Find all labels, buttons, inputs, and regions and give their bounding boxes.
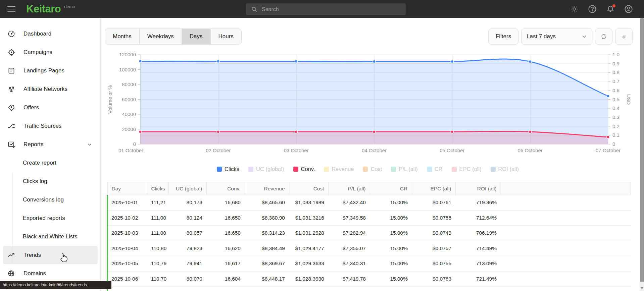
column-header-uc-global-[interactable]: UC (global) xyxy=(168,182,206,195)
column-header-cr[interactable]: CR xyxy=(370,182,412,195)
svg-text:100000: 100000 xyxy=(119,67,136,72)
cell-epc-all-: $0.0755 xyxy=(412,256,455,272)
cell-conv-: 16,604 xyxy=(206,271,245,287)
legend-swatch xyxy=(427,167,432,172)
legend-swatch xyxy=(391,167,396,172)
column-header-p-l-all-[interactable]: P/L (all) xyxy=(328,182,370,195)
table-row[interactable]: 2025-10-03111,0080,05716,650$8,314.23$1,… xyxy=(107,226,631,241)
legend-label: CR xyxy=(435,166,443,172)
sidebar-subitem-exported-reports[interactable]: Exported reports xyxy=(0,209,100,227)
tab-hours[interactable]: Hours xyxy=(211,29,241,44)
svg-text:0.1: 0.1 xyxy=(612,132,620,138)
cell-conv-: 16,650 xyxy=(206,210,245,226)
granularity-tabs: MonthsWeekdaysDaysHours xyxy=(105,28,242,45)
cell-revenue: $8,384.49 xyxy=(245,241,289,256)
table-row[interactable]: 2025-10-0764,4041,4579,440$4,791.04$598.… xyxy=(107,287,631,291)
scrollbar-thumb[interactable] xyxy=(640,18,644,282)
sidebar-item-trends[interactable]: Trends xyxy=(3,246,98,264)
sidebar-subitem-conversions-log[interactable]: Conversions log xyxy=(0,190,100,209)
legend-item-uc-global-[interactable]: UC (global) xyxy=(248,166,284,172)
vertical-scrollbar[interactable] xyxy=(640,18,644,291)
cell-uc-global-: 80,057 xyxy=(168,226,206,241)
svg-text:20000: 20000 xyxy=(122,126,136,132)
cell-p-l-all-: $7,349.58 xyxy=(328,210,370,226)
legend-label: EPC (all) xyxy=(459,166,482,172)
sidebar-item-label: Domains xyxy=(23,270,46,277)
table-row[interactable]: 2025-10-01111,2180,17316,680$8,465.60$1,… xyxy=(107,195,631,211)
notifications-icon[interactable] xyxy=(606,4,615,14)
column-header-day[interactable]: Day xyxy=(107,182,147,195)
cell-day: 2025-10-01 xyxy=(107,195,147,211)
tab-months[interactable]: Months xyxy=(105,29,140,44)
tab-weekdays[interactable]: Weekdays xyxy=(140,29,182,44)
settings-icon[interactable] xyxy=(569,4,579,14)
column-header-conv-[interactable]: Conv. xyxy=(206,182,245,195)
sidebar-item-campaigns[interactable]: Campaigns xyxy=(0,43,100,61)
global-search[interactable] xyxy=(246,3,406,15)
legend-item-p-l-all-[interactable]: P/L (all) xyxy=(391,166,417,172)
svg-text:0.6: 0.6 xyxy=(612,88,620,93)
svg-text:0: 0 xyxy=(133,141,136,147)
column-header-roi-all-[interactable]: ROI (all) xyxy=(455,182,501,195)
sidebar-item-domains[interactable]: Domains xyxy=(0,264,100,283)
menu-icon[interactable] xyxy=(7,6,15,12)
column-header-clicks[interactable]: Clicks xyxy=(147,182,168,195)
cell-cost: $1,029.4177 xyxy=(289,241,328,256)
scrollbar-down-arrow[interactable] xyxy=(641,287,643,289)
sidebar-subitem-clicks-log[interactable]: Clicks log xyxy=(0,172,100,190)
cell-cr: 15.00% xyxy=(370,287,412,291)
legend-item-clicks[interactable]: Clicks xyxy=(217,166,239,172)
table-row[interactable]: 2025-10-02111,0080,12416,650$8,380.90$1,… xyxy=(107,210,631,226)
sidebar-item-dashboard[interactable]: Dashboard xyxy=(0,24,100,43)
cell-roi-all-: 721.49% xyxy=(455,271,501,287)
brand-logo[interactable]: Keitaro xyxy=(26,3,61,15)
status-url: https://demo.keitaro.io/admin/#!/trends/… xyxy=(3,283,87,287)
column-header-epc-all-[interactable]: EPC (all) xyxy=(412,182,455,195)
legend-item-conv-[interactable]: Conv. xyxy=(293,166,315,172)
cell-filler xyxy=(501,287,631,291)
svg-text:Volume or %: Volume or % xyxy=(107,85,113,114)
help-icon[interactable] xyxy=(588,4,597,14)
legend-item-cr[interactable]: CR xyxy=(427,166,443,172)
sidebar-item-affiliate-networks[interactable]: Affiliate Networks xyxy=(0,80,100,98)
svg-text:60000: 60000 xyxy=(122,97,136,102)
cell-conv-: 16,650 xyxy=(206,226,245,241)
legend-label: Revenue xyxy=(332,166,354,172)
sidebar-item-traffic-sources[interactable]: Traffic Sources xyxy=(0,117,100,135)
cell-uc-global-: 41,457 xyxy=(168,287,206,291)
sidebar-subitem-create-report[interactable]: Create report xyxy=(0,154,100,172)
cell-epc-all-: $0.0755 xyxy=(412,210,455,226)
legend-label: P/L (all) xyxy=(399,166,417,172)
sidebar-item-offers[interactable]: Offers xyxy=(0,98,100,117)
domains-icon xyxy=(7,270,15,278)
svg-text:40000: 40000 xyxy=(122,111,136,117)
table-row[interactable]: 2025-10-05110,7979,94116,617$8,369.67$1,… xyxy=(107,256,631,272)
column-header-cost[interactable]: Cost xyxy=(289,182,328,195)
tab-days[interactable]: Days xyxy=(182,29,211,44)
cell-conv-: 16,620 xyxy=(206,241,245,256)
column-header-filler[interactable] xyxy=(501,182,631,195)
svg-text:0.9: 0.9 xyxy=(612,61,620,66)
cell-roi-all-: 713.09% xyxy=(455,256,501,272)
cell-epc-all-: $0.0744 xyxy=(412,287,455,291)
table-row[interactable]: 2025-10-06110,7080,07016,604$8,448.17$1,… xyxy=(107,271,631,287)
cell-roi-all-: 712.64% xyxy=(455,210,501,226)
legend-item-roi-all-[interactable]: ROI (all) xyxy=(491,166,519,172)
cell-p-l-all-: $7,355.07 xyxy=(328,241,370,256)
column-header-revenue[interactable]: Revenue xyxy=(245,182,289,195)
legend-item-revenue[interactable]: Revenue xyxy=(324,166,354,172)
user-avatar-icon[interactable] xyxy=(624,4,633,14)
sidebar-subitem-black-and-white-lists[interactable]: Black and White Lists xyxy=(0,227,100,246)
table-row[interactable]: 2025-10-04110,8079,82316,620$8,384.49$1,… xyxy=(107,241,631,256)
sidebar-item-reports[interactable]: Reports xyxy=(0,135,100,154)
topbar: Keitaro demo xyxy=(0,0,644,18)
search-input[interactable] xyxy=(262,6,389,12)
legend-item-epc-all-[interactable]: EPC (all) xyxy=(452,166,482,172)
trends-chart[interactable]: 02000040000600008000010000012000000.10.2… xyxy=(104,42,636,159)
legend-item-cost[interactable]: Cost xyxy=(363,166,382,172)
sidebar-item-landings-pages[interactable]: Landings Pages xyxy=(0,61,100,80)
svg-text:02 October: 02 October xyxy=(206,148,231,153)
svg-text:1.0: 1.0 xyxy=(612,52,620,57)
legend-swatch xyxy=(324,167,329,172)
landing-pages-icon xyxy=(7,67,15,75)
